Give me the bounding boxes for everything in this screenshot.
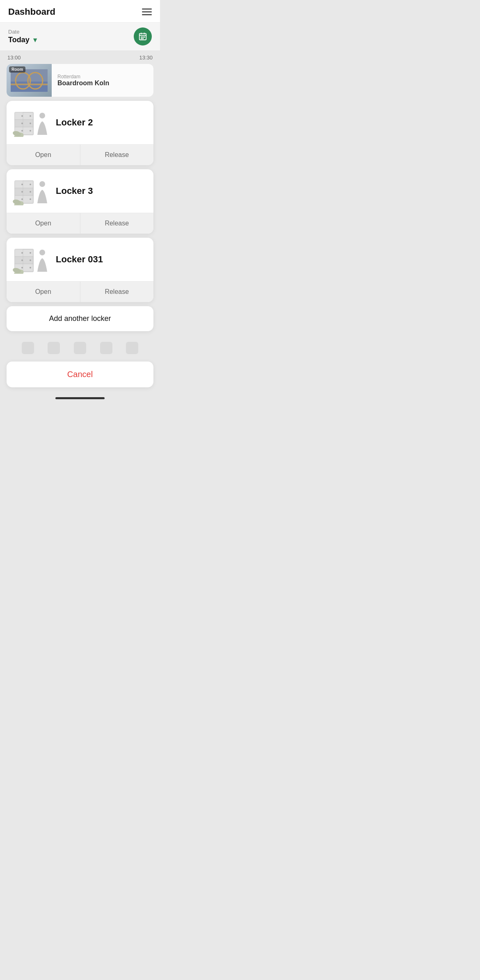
- svg-rect-6: [144, 36, 145, 38]
- nav-icon-1: [22, 342, 34, 354]
- date-text: Today: [8, 36, 30, 44]
- svg-point-37: [21, 198, 23, 200]
- svg-point-25: [39, 113, 45, 118]
- date-selector[interactable]: Date Today ▼: [8, 29, 39, 44]
- room-name: Boardroom Koln: [57, 80, 109, 87]
- calendar-button[interactable]: [134, 27, 152, 45]
- date-label: Date: [8, 29, 39, 35]
- chevron-down-icon: ▼: [32, 36, 39, 44]
- locker-2-name: Locker 3: [56, 186, 147, 196]
- locker-2-actions: Open Release: [7, 213, 153, 234]
- locker-3-release-button[interactable]: Release: [80, 282, 154, 302]
- svg-point-33: [21, 184, 23, 185]
- time-range: 13:00 13:30: [7, 55, 153, 61]
- locker-card-2-top: Locker 3: [7, 169, 153, 213]
- svg-point-49: [21, 259, 23, 261]
- nav-icon-2: [48, 342, 60, 354]
- svg-point-36: [30, 191, 31, 193]
- locker-1-actions: Open Release: [7, 144, 153, 165]
- svg-point-51: [21, 267, 23, 268]
- nav-icon-3: [74, 342, 86, 354]
- locker-2-open-button[interactable]: Open: [7, 213, 80, 234]
- locker-2-illustration: [7, 177, 56, 205]
- locker-1-release-button[interactable]: Release: [80, 145, 154, 165]
- app-header: Dashboard: [0, 0, 160, 23]
- locker-3-illustration: [7, 245, 56, 274]
- locker-card-3-top: Locker 031: [7, 238, 153, 281]
- svg-point-19: [21, 115, 23, 117]
- svg-rect-5: [142, 36, 144, 38]
- svg-point-23: [21, 130, 23, 132]
- room-location: Rotterdam: [57, 74, 109, 80]
- svg-point-24: [30, 130, 31, 132]
- background-content: 13:00 13:30 Room Rotterdam Boardroom Kol…: [0, 50, 160, 97]
- locker-2-release-button[interactable]: Release: [80, 213, 154, 234]
- menu-button[interactable]: [142, 9, 152, 15]
- date-value[interactable]: Today ▼: [8, 36, 39, 44]
- svg-point-47: [21, 252, 23, 254]
- svg-point-20: [30, 115, 31, 117]
- time-start: 13:00: [7, 55, 21, 61]
- locker-3-actions: Open Release: [7, 281, 153, 302]
- svg-point-52: [30, 267, 31, 268]
- room-info: Rotterdam Boardroom Koln: [52, 64, 115, 97]
- hamburger-line-2: [142, 11, 152, 12]
- cancel-button[interactable]: Cancel: [15, 370, 145, 379]
- locker-image-icon-2: [13, 177, 50, 205]
- room-card[interactable]: Room Rotterdam Boardroom Koln: [7, 64, 153, 97]
- locker-3-open-button[interactable]: Open: [7, 282, 80, 302]
- home-bar: [55, 397, 105, 399]
- svg-point-53: [39, 250, 45, 255]
- hamburger-line-1: [142, 9, 152, 9]
- locker-image-icon-3: [13, 245, 50, 274]
- cancel-card: Cancel: [7, 362, 153, 387]
- room-badge: Room: [9, 66, 25, 73]
- svg-point-21: [21, 123, 23, 124]
- locker-card-1-top: Locker 2: [7, 101, 153, 144]
- time-end: 13:30: [139, 55, 153, 61]
- locker-1-name: Locker 2: [56, 117, 147, 128]
- svg-point-35: [21, 191, 23, 193]
- locker-card-3: Locker 031 Open Release: [7, 238, 153, 302]
- svg-point-34: [30, 184, 31, 185]
- header-title: Dashboard: [8, 7, 55, 17]
- locker-card-2: Locker 3 Open Release: [7, 169, 153, 234]
- svg-rect-8: [142, 38, 144, 39]
- svg-rect-13: [11, 84, 48, 85]
- locker-image-icon: [13, 108, 50, 137]
- nav-icon-4: [100, 342, 112, 354]
- svg-point-50: [30, 259, 31, 261]
- locker-1-open-button[interactable]: Open: [7, 145, 80, 165]
- calendar-grid-icon: [138, 32, 147, 41]
- svg-rect-4: [141, 36, 142, 38]
- svg-rect-7: [141, 38, 142, 39]
- svg-point-48: [30, 252, 31, 254]
- locker-card-1: Locker 2 Open Release: [7, 101, 153, 165]
- date-bar: Date Today ▼: [0, 23, 160, 50]
- locker-3-name: Locker 031: [56, 254, 147, 265]
- svg-point-39: [39, 181, 45, 187]
- nav-icon-5: [126, 342, 138, 354]
- hamburger-line-3: [142, 14, 152, 15]
- svg-point-22: [30, 123, 31, 124]
- room-card-image: Room: [7, 64, 52, 97]
- svg-point-38: [30, 198, 31, 200]
- add-locker-button[interactable]: Add another locker: [7, 306, 153, 331]
- bottom-nav-background: [7, 338, 153, 358]
- locker-1-illustration: [7, 108, 56, 137]
- locker-list: Locker 2 Open Release: [0, 101, 160, 338]
- home-indicator: [0, 394, 160, 404]
